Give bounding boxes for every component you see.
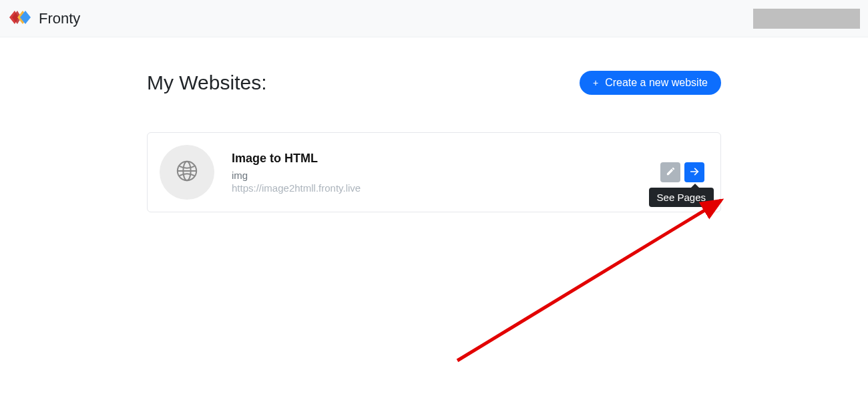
website-card: Image to HTML img https://image2htmll.fr… (147, 132, 721, 212)
arrow-right-icon (689, 166, 700, 179)
plus-icon: + (593, 78, 598, 87)
brand-logo-icon (8, 9, 32, 28)
title-row: My Websites: + Create a new website (147, 71, 721, 95)
site-subtitle: img (232, 170, 660, 181)
create-website-button[interactable]: + Create a new website (580, 71, 721, 95)
site-title: Image to HTML (232, 152, 660, 166)
brand-name: Fronty (39, 10, 80, 27)
brand[interactable]: Fronty (8, 9, 80, 28)
card-actions: See Pages (660, 162, 704, 182)
svg-line-4 (457, 200, 721, 361)
site-info: Image to HTML img https://image2htmll.fr… (232, 152, 660, 194)
see-pages-tooltip: See Pages (649, 188, 714, 207)
header-right-placeholder (753, 9, 860, 29)
site-thumbnail (160, 145, 214, 200)
pencil-icon (666, 166, 676, 178)
see-pages-button[interactable] (684, 162, 704, 182)
create-label: Create a new website (605, 77, 708, 89)
site-url: https://image2htmll.fronty.live (232, 182, 660, 194)
main-container: My Websites: + Create a new website Imag… (147, 37, 721, 212)
globe-icon (176, 160, 198, 185)
edit-button[interactable] (660, 162, 680, 182)
page-title: My Websites: (147, 71, 267, 94)
app-header: Fronty (0, 0, 868, 37)
